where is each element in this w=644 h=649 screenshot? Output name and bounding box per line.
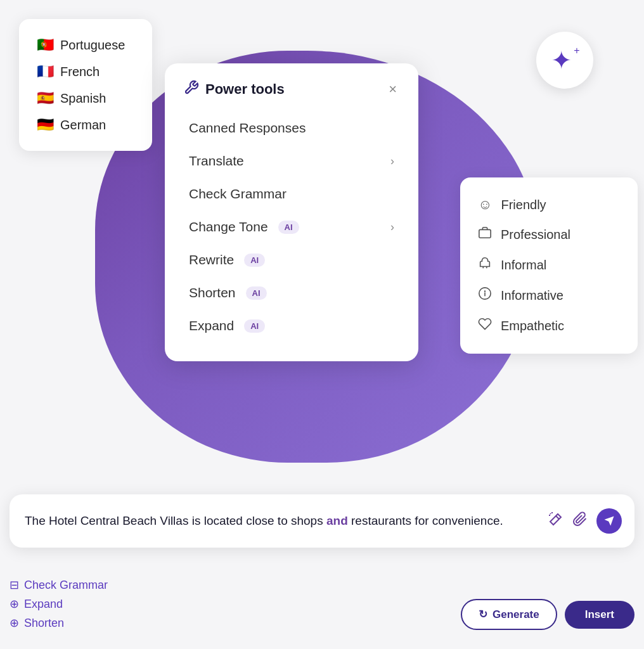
svg-line-7	[550, 513, 551, 514]
translate-chevron-icon: ›	[390, 155, 394, 168]
tone-item-informative[interactable]: Informative	[478, 280, 620, 311]
generate-icon: ↻	[479, 608, 487, 621]
action-check-grammar-label: Check Grammar	[24, 579, 108, 592]
language-item-french[interactable]: 🇫🇷 French	[37, 58, 134, 85]
text-highlight: and	[326, 514, 348, 527]
tone-item-informal[interactable]: Informal	[478, 250, 620, 280]
rewrite-label: Rewrite	[189, 252, 234, 267]
expand-ai-badge: AI	[244, 319, 265, 333]
translate-label: Translate	[189, 153, 244, 169]
shorten-icon: ⊕	[10, 616, 19, 630]
shorten-ai-badge: AI	[246, 286, 267, 300]
language-item-german[interactable]: 🇩🇪 German	[37, 112, 134, 138]
professional-icon	[478, 226, 492, 243]
tone-item-friendly[interactable]: ☺ Friendly	[478, 190, 620, 219]
send-button[interactable]	[596, 508, 622, 534]
action-expand[interactable]: ⊕ Expand	[10, 597, 108, 611]
translate-panel: 🇵🇹 Portuguese 🇫🇷 French 🇪🇸 Spanish 🇩🇪 Ge…	[19, 19, 152, 151]
generate-label: Generate	[493, 608, 539, 621]
tone-label-informative: Informative	[501, 288, 564, 303]
informative-icon	[478, 286, 492, 304]
menu-item-expand[interactable]: Expand AI	[184, 309, 399, 342]
shorten-label: Shorten	[189, 285, 236, 300]
language-label-german: German	[60, 118, 106, 132]
tone-label-empathetic: Empathetic	[501, 319, 564, 333]
change-tone-label: Change Tone	[189, 219, 268, 235]
action-shorten-label: Shorten	[24, 617, 64, 630]
change-tone-ai-badge: AI	[278, 221, 299, 234]
check-grammar-icon: ⊟	[10, 578, 19, 592]
empathetic-icon	[478, 317, 492, 335]
generate-button[interactable]: ↻ Generate	[461, 599, 557, 630]
language-label-spanish: Spanish	[60, 91, 106, 106]
modal-title-text: Power tools	[205, 81, 285, 98]
tone-label-professional: Professional	[501, 228, 570, 242]
power-tools-modal: Power tools × Canned Responses Translate…	[165, 63, 418, 361]
menu-item-translate[interactable]: Translate ›	[184, 145, 399, 177]
tone-label-informal: Informal	[501, 258, 546, 273]
language-item-spanish[interactable]: 🇪🇸 Spanish	[37, 85, 134, 112]
action-expand-label: Expand	[24, 598, 63, 611]
text-input-tools	[548, 508, 622, 534]
action-shorten[interactable]: ⊕ Shorten	[10, 616, 108, 630]
action-check-grammar[interactable]: ⊟ Check Grammar	[10, 578, 108, 592]
flag-french: 🇫🇷	[37, 63, 54, 80]
language-label-french: French	[60, 65, 100, 79]
tone-label-friendly: Friendly	[501, 198, 546, 212]
tone-panel: ☺ Friendly Professional Informal	[460, 177, 638, 354]
text-before: The Hotel Central Beach Villas is locate…	[25, 514, 326, 527]
canned-responses-label: Canned Responses	[189, 120, 306, 136]
power-tools-icon	[184, 80, 199, 99]
svg-rect-0	[479, 229, 491, 238]
expand-label: Expand	[189, 318, 234, 333]
svg-line-6	[556, 516, 559, 519]
magic-wand-icon[interactable]	[548, 511, 564, 530]
menu-item-shorten[interactable]: Shorten AI	[184, 276, 399, 309]
rewrite-ai-badge: AI	[244, 254, 265, 267]
bottom-actions: ⊟ Check Grammar ⊕ Expand ⊕ Shorten ↻ Gen…	[10, 578, 634, 630]
modal-close-button[interactable]: ×	[386, 79, 399, 100]
expand-icon: ⊕	[10, 597, 19, 611]
menu-item-rewrite[interactable]: Rewrite AI	[184, 243, 399, 276]
ai-sparkle-button[interactable]: ✦+	[536, 32, 593, 89]
tone-item-professional[interactable]: Professional	[478, 219, 620, 250]
text-after: restaurants for convenience.	[348, 514, 503, 527]
change-tone-chevron-icon: ›	[390, 221, 394, 234]
bottom-left-actions: ⊟ Check Grammar ⊕ Expand ⊕ Shorten	[10, 578, 108, 630]
text-input-area: The Hotel Central Beach Villas is locate…	[10, 494, 634, 548]
menu-item-canned-responses[interactable]: Canned Responses	[184, 112, 399, 145]
informal-icon	[478, 256, 492, 274]
flag-portuguese: 🇵🇹	[37, 37, 54, 53]
insert-button[interactable]: Insert	[565, 601, 634, 629]
flag-german: 🇩🇪	[37, 117, 54, 133]
bottom-right-actions: ↻ Generate Insert	[461, 599, 634, 630]
modal-header: Power tools ×	[184, 79, 399, 100]
check-grammar-label: Check Grammar	[189, 186, 287, 202]
tone-item-empathetic[interactable]: Empathetic	[478, 311, 620, 341]
flag-spanish: 🇪🇸	[37, 90, 54, 106]
menu-item-check-grammar[interactable]: Check Grammar	[184, 177, 399, 210]
modal-title: Power tools	[184, 80, 285, 99]
sparkle-icon: ✦+	[551, 48, 578, 73]
menu-item-change-tone[interactable]: Change Tone AI ›	[184, 210, 399, 243]
friendly-icon: ☺	[478, 196, 492, 213]
language-item-portuguese[interactable]: 🇵🇹 Portuguese	[37, 32, 134, 58]
attachment-icon[interactable]	[572, 511, 588, 530]
text-content: The Hotel Central Beach Villas is locate…	[25, 512, 542, 530]
language-label-portuguese: Portuguese	[60, 38, 125, 53]
